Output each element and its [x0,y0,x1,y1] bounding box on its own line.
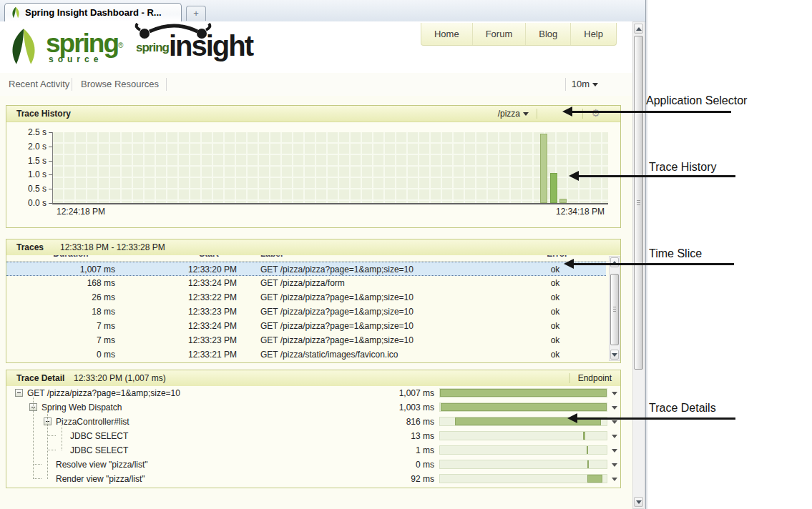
trace-row[interactable]: 26 ms12:33:22 PMGET /pizza/pizza?page=1&… [6,290,606,305]
trace-duration: 168 ms [21,278,115,288]
annotation-arrowhead-icon [564,259,574,269]
endpoint-button[interactable]: Endpoint [578,373,612,383]
nav-blog[interactable]: Blog [526,23,571,45]
duration-bar-fill [441,403,607,411]
scrollbar-thumb[interactable] [610,274,619,345]
browser-scrollbar[interactable] [632,21,645,509]
trace-history-bar[interactable] [559,199,567,203]
trace-label: GET /pizza/pizza?page=1&amp;size=10 [260,292,539,302]
column-header-start[interactable]: Start [173,255,245,259]
trace-detail-row[interactable]: Resolve view "pizza/list"0 ms [6,458,620,472]
tab-recent-activity[interactable]: Recent Activity [9,79,69,89]
trace-detail-row[interactable]: GET /pizza/pizza?page=1&amp;size=101,007… [6,386,620,400]
trace-status: ok [537,307,573,317]
browser-tab-bar: Spring Insight Dashboard - R... + [0,0,645,22]
trace-detail-row[interactable]: Render view "pizza/list"92 ms [6,472,620,486]
trace-row[interactable]: 1,007 ms12:33:20 PMGET /pizza/pizza?page… [6,262,606,276]
trace-history-panel: Trace History /pizza ⚙ 12:24:18 PM 12:34… [6,105,621,228]
y-axis-tick-label: 1.0 s [9,169,47,179]
trace-history-bar[interactable] [540,134,547,203]
nav-home[interactable]: Home [421,23,473,45]
row-dropdown-icon[interactable] [612,463,617,467]
duration-bar-track [439,431,607,440]
trace-detail-row[interactable]: PizzaController#list816 ms [6,415,620,429]
y-axis-tick-mark [49,132,52,133]
trace-detail-duration: 1,003 ms [399,402,434,412]
collapse-toggle-icon[interactable] [15,389,23,397]
trace-detail-label: JDBC SELECT [70,445,128,455]
header-separator [569,373,570,383]
scroll-up-button[interactable] [634,24,643,34]
duration-bar-fill [583,432,585,440]
trace-detail-label: Render view "pizza/list" [56,474,145,484]
trace-detail-row[interactable]: JDBC SELECT1 ms [6,443,620,458]
time-range-dropdown[interactable]: 10m [572,79,598,89]
trace-detail-duration: 816 ms [406,417,434,427]
column-header-error[interactable]: Error [529,255,586,259]
header-separator [537,109,537,119]
application-selector-dropdown[interactable]: /pizza [498,109,529,119]
y-axis-tick-mark [49,174,52,175]
trace-row[interactable]: 7 ms12:33:23 PMGET /pizza/pizza?page=1&a… [6,333,606,347]
tree-connector-vertical [33,397,34,479]
arrow-down-icon [612,353,617,357]
trace-detail-label: GET /pizza/pizza?page=1&amp;size=10 [27,388,180,398]
view-tabs-row: Recent Activity Browse Resources 10m [0,73,632,97]
row-dropdown-icon[interactable] [612,392,617,395]
trace-start-time: 12:33:24 PM [150,278,237,288]
trace-row[interactable]: 168 ms12:33:24 PMGET /pizza/pizza/formok [6,276,606,290]
annotation-arrow-line [576,417,735,420]
row-dropdown-icon[interactable] [612,478,617,481]
application-selector-value: /pizza [498,109,520,119]
scroll-down-button[interactable] [634,497,643,507]
new-tab-button[interactable]: + [186,6,206,21]
trace-history-bar[interactable] [550,173,557,203]
row-dropdown-icon[interactable] [612,420,617,424]
row-dropdown-icon[interactable] [612,435,617,438]
trace-status: ok [537,278,573,288]
row-dropdown-icon[interactable] [612,449,617,453]
trace-duration: 7 ms [21,335,115,345]
tab-title: Spring Insight Dashboard - R... [25,7,162,18]
trace-label: GET /pizza/pizza?page=1&amp;size=10 [260,335,539,345]
nav-forum[interactable]: Forum [473,23,527,45]
column-header-label[interactable]: Label [260,255,332,259]
tree-connector [33,464,41,465]
trace-row[interactable]: 18 ms12:33:23 PMGET /pizza/pizza?page=1&… [6,305,606,319]
trace-label: GET /pizza/pizza?page=1&amp;size=10 [260,265,539,275]
trace-start-time: 12:33:23 PM [150,335,237,345]
trace-label: GET /pizza/pizza/form [260,278,539,288]
trace-row[interactable]: 0 ms12:33:21 PMGET /pizza/static/images/… [6,347,606,362]
tree-connector [47,450,56,450]
trace-detail-row[interactable]: Spring Web Dispatch1,003 ms [6,400,620,415]
duration-bar-track [439,460,607,469]
glasses-icon [133,23,240,40]
screenshot-stage: Spring Insight Dashboard - R... + spring… [0,0,812,509]
traces-scrollbar[interactable] [609,256,620,361]
tab-browse-resources[interactable]: Browse Resources [81,79,159,89]
scroll-up-button[interactable] [610,257,619,267]
row-dropdown-icon[interactable] [612,406,617,410]
y-axis-tick-label: 0.5 s [9,184,47,194]
annotation-arrow-line [577,175,735,177]
arrow-down-icon [636,500,642,504]
duration-bar-track [439,445,607,455]
traces-title: Traces [16,242,44,252]
gear-icon[interactable]: ⚙ [591,107,600,119]
column-header-duration[interactable]: Duration [35,255,107,259]
trace-row[interactable]: 7 ms12:33:24 PMGET /pizza/pizza?page=1&a… [6,319,606,333]
trace-start-time: 12:33:21 PM [150,350,237,360]
tree-connector-vertical [62,425,62,450]
duration-bar-track [439,388,607,397]
browser-tab[interactable]: Spring Insight Dashboard - R... [4,3,182,21]
scroll-down-button[interactable] [610,350,619,360]
scrollbar-thumb[interactable] [634,36,643,370]
duration-bar-track [439,402,607,412]
traces-panel: Traces 12:33:18 PM - 12:33:28 PM Duratio… [6,239,621,363]
nav-help[interactable]: Help [571,23,616,45]
trace-detail-row[interactable]: JDBC SELECT13 ms [6,429,620,443]
masthead: spring® source spring insight Home Forum [0,21,632,73]
trace-duration: 18 ms [21,307,115,317]
y-axis-tick-label: 2.0 s [9,142,47,152]
traces-header: Traces 12:33:18 PM - 12:33:28 PM [6,239,620,256]
